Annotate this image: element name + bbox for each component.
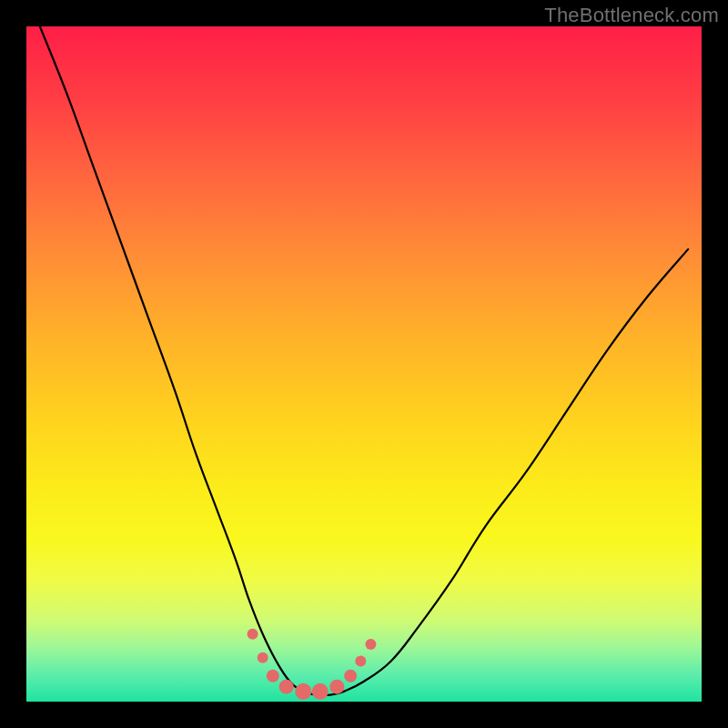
highlight-dot [295,683,311,700]
plot-area [26,26,702,702]
highlight-dot [344,670,357,682]
highlight-dot [267,670,279,682]
highlight-dot [329,680,344,694]
highlight-dots [248,629,377,700]
highlight-dot [312,683,329,700]
highlight-dot [355,655,366,666]
curve-layer [26,26,702,702]
highlight-dot [258,652,268,663]
watermark-text: TheBottleneck.com [544,4,719,27]
chart-stage: TheBottleneck.com [0,0,728,728]
bottleneck-curve [40,26,688,695]
highlight-dot [248,629,258,640]
highlight-dot [279,680,294,694]
highlight-dot [365,639,376,650]
